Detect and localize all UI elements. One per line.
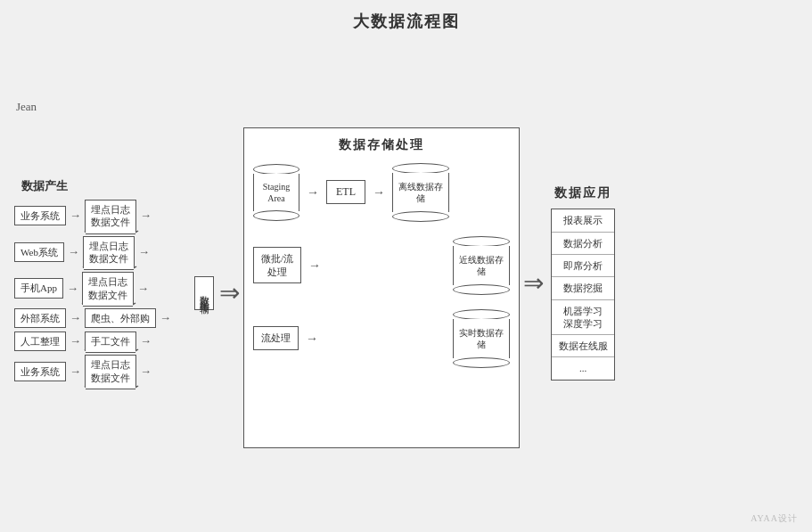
- main-container: 大数据流程图 数据产生 业务系统 埋点日志数据文件: [0, 0, 812, 532]
- big-arrow-2: ⇒: [523, 268, 544, 298]
- source-row-5: 人工整理 手工文件: [14, 331, 171, 351]
- source-row-4: 外部系统 爬虫、外部购: [14, 308, 171, 328]
- source-row-2: Web系统 埋点日志数据文件: [14, 236, 171, 269]
- src-box-5: 人工整理: [14, 331, 66, 351]
- src-wave-2: 埋点日志数据文件: [83, 236, 135, 269]
- src-ext-4: 爬虫、外部购: [85, 308, 156, 328]
- storage-section: 数据存储处理 StagingArea → ETL →: [243, 127, 520, 448]
- storage-row-2: 微批/流处理 → 近线数据存储: [253, 235, 510, 296]
- src-box-2: Web系统: [14, 242, 64, 262]
- cyl-bottom-realtime: [453, 357, 510, 368]
- storage-row-1: StagingArea → ETL → 离线数据存储: [253, 162, 510, 223]
- stor-arrow-1: →: [307, 185, 319, 200]
- data-source-section: 数据产生 业务系统 埋点日志数据文件 Web系统: [14, 178, 193, 388]
- src-wave-3: 埋点日志数据文件: [82, 272, 134, 305]
- app-item-7: ...: [552, 357, 614, 379]
- arrow-5: [70, 334, 81, 348]
- stor-arrow-2: →: [373, 185, 385, 200]
- cyl-body-1: StagingArea: [253, 174, 299, 211]
- app-item-1: 报表展示: [552, 209, 614, 232]
- src-box-1: 业务系统: [14, 206, 66, 225]
- etl-box: ETL: [326, 180, 365, 204]
- jean-label: Jean: [16, 100, 37, 114]
- cyl-body-nearline: 近线数据存储: [453, 246, 510, 285]
- app-title: 数据应用: [554, 185, 611, 201]
- source-row-6: 业务系统 埋点日志数据文件: [14, 355, 171, 388]
- source-rows: 业务系统 埋点日志数据文件 Web系统 埋点日志数据文件: [14, 200, 171, 388]
- arrow-src-4: [160, 311, 171, 325]
- app-item-6: 数据在线服: [552, 335, 614, 357]
- app-item-3: 即席分析: [552, 255, 614, 277]
- arrow-6: [70, 364, 81, 379]
- stor-arrow-3: →: [308, 258, 321, 273]
- app-item-5: 机器学习深度学习: [552, 300, 614, 336]
- src-wave-5: 手工文件: [85, 331, 136, 351]
- source-row-3: 手机App 埋点日志数据文件: [14, 272, 171, 305]
- app-item-2: 数据分析: [552, 233, 614, 255]
- nearline-cylinder: 近线数据存储: [453, 235, 510, 296]
- cyl-bottom-offline: [392, 211, 449, 222]
- microbatch-box: 微批/流处理: [253, 247, 301, 283]
- source-row-1: 业务系统 埋点日志数据文件: [14, 200, 171, 233]
- stream-box: 流处理: [253, 326, 299, 349]
- src-box-3: 手机App: [14, 278, 63, 298]
- collect-wrapper: 数据采集传输: [194, 276, 214, 310]
- app-item-4: 数据挖掘: [552, 277, 614, 299]
- cyl-bottom-nearline: [453, 284, 510, 295]
- cyl-body-offline: 离线数据存储: [392, 173, 449, 212]
- arrow-src-3: [137, 282, 149, 296]
- src-box-6: 业务系统: [14, 362, 66, 381]
- arrow-1: [70, 209, 81, 223]
- stor-arrow-4: →: [306, 331, 318, 346]
- app-section: 数据应用 报表展示 数据分析 即席分析 数据挖掘 机器学习深度学习 数据在线服 …: [547, 185, 619, 380]
- cyl-body-realtime: 实时数据存储: [453, 319, 510, 358]
- storage-title: 数据存储处理: [253, 137, 510, 153]
- arrow-4: [70, 311, 81, 325]
- collect-box: 数据采集传输: [194, 276, 214, 310]
- app-box: 报表展示 数据分析 即席分析 数据挖掘 机器学习深度学习 数据在线服 ...: [551, 209, 615, 380]
- big-arrow-1: ⇒: [219, 278, 240, 307]
- watermark: AYAA设计: [750, 512, 798, 525]
- arrow-src-6: [140, 364, 152, 379]
- src-wave-1: 埋点日志数据文件: [85, 200, 136, 233]
- arrow-src-1: [140, 209, 152, 223]
- realtime-cylinder: 实时数据存储: [453, 308, 510, 369]
- diagram: 数据产生 业务系统 埋点日志数据文件 Web系统: [14, 45, 798, 521]
- staging-cylinder: StagingArea: [253, 163, 299, 222]
- arrow-src-2: [138, 245, 150, 259]
- arrow-2: [68, 245, 79, 259]
- storage-row-3: 流处理 → 实时数据存储: [253, 308, 510, 369]
- storage-rows: StagingArea → ETL → 离线数据存储: [253, 162, 510, 438]
- data-source-title: 数据产生: [21, 178, 68, 194]
- src-box-4: 外部系统: [14, 308, 66, 328]
- cyl-bottom-1: [253, 210, 299, 221]
- offline-cylinder: 离线数据存储: [392, 162, 449, 223]
- page-title: 大数据流程图: [353, 11, 460, 32]
- arrow-src-5: [140, 334, 152, 348]
- src-wave-6: 埋点日志数据文件: [85, 355, 136, 388]
- arrow-3: [67, 282, 78, 296]
